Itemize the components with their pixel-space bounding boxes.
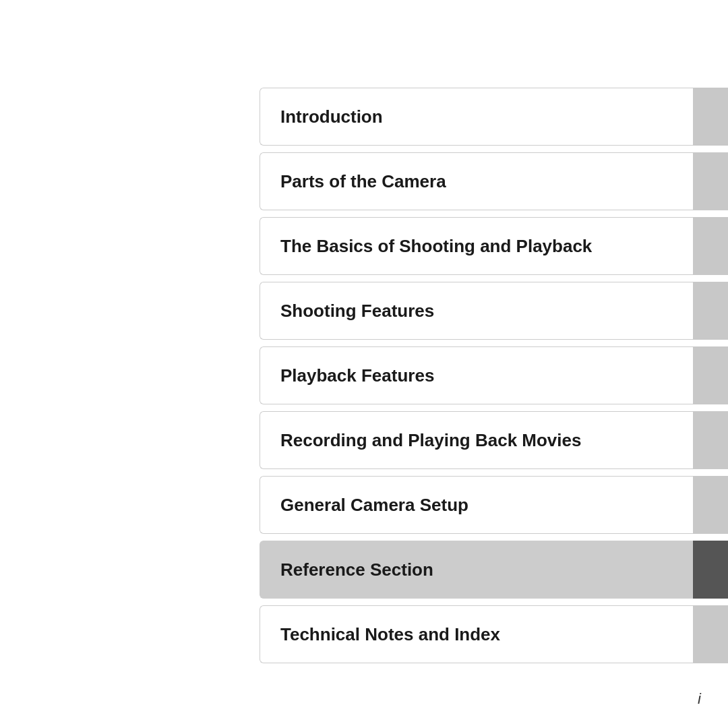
toc-item-technical-notes[interactable]: Technical Notes and Index bbox=[260, 605, 728, 663]
toc-label-recording-movies: Recording and Playing Back Movies bbox=[280, 430, 581, 451]
toc-label-parts-of-camera: Parts of the Camera bbox=[280, 171, 446, 192]
toc-item-main-reference-section: Reference Section bbox=[260, 541, 693, 599]
page-number: i bbox=[698, 690, 701, 708]
toc-label-technical-notes: Technical Notes and Index bbox=[280, 624, 500, 645]
toc-tab-general-camera-setup bbox=[693, 476, 728, 534]
toc-item-general-camera-setup[interactable]: General Camera Setup bbox=[260, 476, 728, 534]
toc-item-introduction[interactable]: Introduction bbox=[260, 88, 728, 146]
toc-item-main-introduction: Introduction bbox=[260, 88, 693, 146]
toc-item-main-technical-notes: Technical Notes and Index bbox=[260, 605, 693, 663]
toc-item-main-basics-shooting-playback: The Basics of Shooting and Playback bbox=[260, 217, 693, 275]
toc-item-main-recording-movies: Recording and Playing Back Movies bbox=[260, 411, 693, 469]
toc-label-playback-features: Playback Features bbox=[280, 365, 434, 386]
toc-tab-playback-features bbox=[693, 346, 728, 404]
toc-item-main-general-camera-setup: General Camera Setup bbox=[260, 476, 693, 534]
toc-label-shooting-features: Shooting Features bbox=[280, 301, 434, 322]
toc-tab-recording-movies bbox=[693, 411, 728, 469]
toc-tab-reference-section bbox=[693, 541, 728, 599]
toc-item-recording-movies[interactable]: Recording and Playing Back Movies bbox=[260, 411, 728, 469]
toc-tab-basics-shooting-playback bbox=[693, 217, 728, 275]
toc-label-reference-section: Reference Section bbox=[280, 559, 433, 580]
toc-tab-introduction bbox=[693, 88, 728, 146]
toc-tab-parts-of-camera bbox=[693, 152, 728, 210]
toc-item-shooting-features[interactable]: Shooting Features bbox=[260, 282, 728, 340]
toc-item-main-playback-features: Playback Features bbox=[260, 346, 693, 404]
toc-label-general-camera-setup: General Camera Setup bbox=[280, 495, 468, 516]
toc-container: Introduction Parts of the Camera The Bas… bbox=[260, 88, 728, 670]
toc-item-parts-of-camera[interactable]: Parts of the Camera bbox=[260, 152, 728, 210]
toc-item-basics-shooting-playback[interactable]: The Basics of Shooting and Playback bbox=[260, 217, 728, 275]
toc-item-main-parts-of-camera: Parts of the Camera bbox=[260, 152, 693, 210]
toc-label-introduction: Introduction bbox=[280, 107, 383, 127]
toc-label-basics-shooting-playback: The Basics of Shooting and Playback bbox=[280, 236, 592, 257]
toc-item-reference-section[interactable]: Reference Section bbox=[260, 541, 728, 599]
toc-item-playback-features[interactable]: Playback Features bbox=[260, 346, 728, 404]
toc-item-main-shooting-features: Shooting Features bbox=[260, 282, 693, 340]
toc-tab-technical-notes bbox=[693, 605, 728, 663]
page-container: Introduction Parts of the Camera The Bas… bbox=[0, 0, 728, 728]
toc-tab-shooting-features bbox=[693, 282, 728, 340]
